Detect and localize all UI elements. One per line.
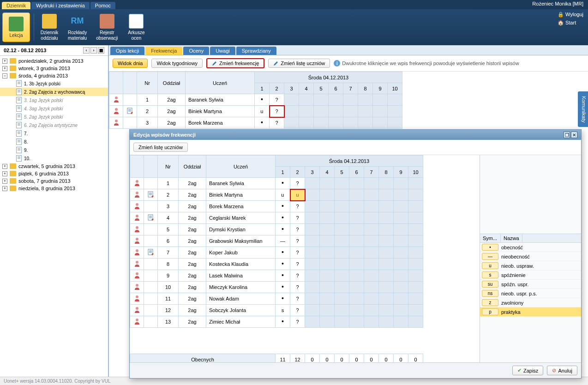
attendance-cell[interactable] [394, 282, 408, 293]
attendance-cell[interactable]: • [276, 178, 290, 189]
widok-dnia-button[interactable]: Widok dnia [113, 59, 148, 68]
legend-item[interactable]: nsnieob. uspr. p.s. [480, 289, 581, 298]
attendance-cell[interactable] [335, 247, 349, 259]
attendance-cell[interactable] [335, 293, 349, 305]
tree-lesson[interactable]: 3. 1ag Język polski [0, 96, 108, 104]
attendance-cell[interactable] [358, 94, 373, 106]
attendance-cell[interactable] [364, 189, 379, 201]
ribbon-rejestr[interactable]: Rejestr obserwacji [91, 12, 122, 43]
save-button[interactable]: ✔ Zapisz [512, 366, 543, 375]
attendance-cell[interactable] [305, 178, 320, 189]
attendance-cell[interactable] [349, 212, 364, 224]
attendance-cell[interactable] [379, 316, 394, 328]
attendance-cell[interactable]: • [276, 247, 290, 259]
attendance-cell[interactable] [349, 235, 364, 247]
attendance-cell[interactable] [408, 224, 423, 235]
tree-lesson[interactable]: 6. 2ag Zajęcia artystyczne [0, 121, 108, 129]
tree-day[interactable]: + poniedziałek, 2 grudnia 2013 [0, 57, 108, 65]
tree-day[interactable]: + czwartek, 5 grudnia 2013 [0, 162, 108, 170]
attendance-cell[interactable] [335, 201, 349, 212]
attendance-cell[interactable] [364, 305, 379, 316]
date-prev-button[interactable]: ‹ [83, 47, 90, 54]
attendance-cell[interactable] [335, 316, 349, 328]
expander-icon[interactable]: + [2, 186, 7, 191]
attendance-cell[interactable] [379, 235, 394, 247]
ribbon-dziennik-oddzialu[interactable]: Dziennik oddziału [36, 12, 63, 43]
tree-lesson[interactable]: 2. 2ag Zajęcia z wychowawcą [0, 88, 108, 96]
attendance-cell[interactable] [349, 247, 364, 259]
attendance-cell[interactable]: ? [290, 247, 305, 259]
attendance-cell[interactable] [305, 224, 320, 235]
attendance-cell[interactable] [320, 293, 335, 305]
attendance-cell[interactable] [408, 316, 423, 328]
tree-day[interactable]: + wtorek, 3 grudnia 2013 [0, 65, 108, 72]
attendance-cell[interactable]: • [276, 293, 290, 305]
attendance-cell[interactable] [394, 293, 408, 305]
attendance-cell[interactable]: • [276, 270, 290, 282]
attendance-cell[interactable] [284, 117, 299, 129]
attendance-cell[interactable] [305, 201, 320, 212]
attendance-cell[interactable] [305, 282, 320, 293]
attendance-cell[interactable] [284, 94, 299, 106]
attendance-cell[interactable] [379, 212, 394, 224]
attendance-cell[interactable] [305, 305, 320, 316]
attendance-cell[interactable] [320, 259, 335, 270]
attendance-cell[interactable] [343, 117, 358, 129]
attendance-cell[interactable] [335, 212, 349, 224]
attendance-cell[interactable]: ? [290, 270, 305, 282]
attendance-cell[interactable]: • [276, 316, 290, 328]
attendance-cell[interactable] [394, 178, 408, 189]
attendance-cell[interactable] [408, 270, 423, 282]
attendance-cell[interactable] [388, 106, 402, 117]
expander-icon[interactable]: + [2, 59, 7, 64]
attendance-cell[interactable] [349, 224, 364, 235]
attendance-cell[interactable] [364, 178, 379, 189]
attendance-cell[interactable]: ? [290, 212, 305, 224]
attendance-cell[interactable] [364, 235, 379, 247]
attendance-cell[interactable]: ? [290, 305, 305, 316]
tree-lesson[interactable]: 4. 3ag Język polski [0, 104, 108, 113]
attendance-cell[interactable] [394, 189, 408, 201]
attendance-cell[interactable] [305, 270, 320, 282]
attendance-cell[interactable] [320, 270, 335, 282]
attendance-cell[interactable] [408, 235, 423, 247]
attendance-cell[interactable] [408, 178, 423, 189]
attendance-cell[interactable] [379, 189, 394, 201]
attendance-cell[interactable] [408, 212, 423, 224]
top-tab-pomoc[interactable]: Pomoc [90, 2, 115, 9]
legend-item[interactable]: zzwolniony [480, 298, 581, 307]
expander-icon[interactable]: + [2, 179, 7, 184]
legend-item[interactable]: •obecność [480, 243, 581, 252]
attendance-cell[interactable]: • [276, 201, 290, 212]
zmien-frekwencje-button[interactable]: Zmień frekwencję [206, 58, 264, 68]
attendance-cell[interactable] [335, 224, 349, 235]
attendance-cell[interactable] [364, 316, 379, 328]
attendance-cell[interactable] [329, 117, 343, 129]
tree-lesson[interactable]: 8. [0, 138, 108, 146]
attendance-cell[interactable]: • [255, 94, 270, 106]
tab-oceny[interactable]: Oceny [183, 47, 209, 55]
attendance-cell[interactable] [394, 235, 408, 247]
attendance-cell[interactable] [320, 178, 335, 189]
attendance-cell[interactable] [284, 106, 299, 117]
attendance-cell[interactable] [349, 316, 364, 328]
attendance-cell[interactable]: ? [290, 282, 305, 293]
attendance-cell[interactable] [388, 117, 402, 129]
attendance-cell[interactable]: — [276, 235, 290, 247]
attendance-cell[interactable] [305, 293, 320, 305]
attendance-cell[interactable] [364, 259, 379, 270]
legend-item[interactable]: ppraktyka [480, 307, 581, 317]
attendance-cell[interactable] [335, 178, 349, 189]
attendance-cell[interactable] [320, 224, 335, 235]
attendance-cell[interactable]: ? [290, 293, 305, 305]
attendance-cell[interactable] [320, 316, 335, 328]
attendance-cell[interactable] [364, 224, 379, 235]
attendance-cell[interactable]: • [276, 212, 290, 224]
tab-opis-lekcji[interactable]: Opis lekcji [110, 47, 144, 55]
tree-lesson[interactable]: 5. 2ag Język polski [0, 113, 108, 121]
attendance-cell[interactable] [320, 212, 335, 224]
tree-lesson[interactable]: 1. 3b Język polski [0, 79, 108, 88]
attendance-cell[interactable]: ? [290, 235, 305, 247]
attendance-cell[interactable] [373, 117, 388, 129]
expander-icon[interactable]: − [2, 73, 7, 78]
